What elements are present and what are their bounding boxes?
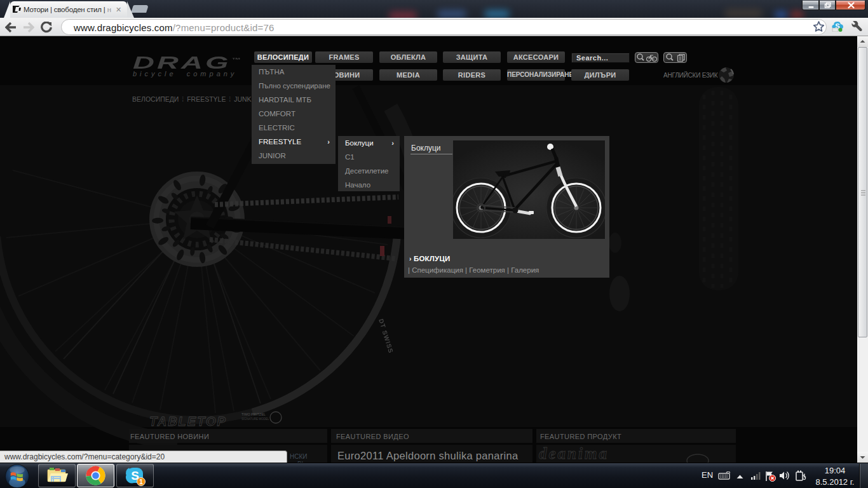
svg-text:SIGNATURE MODEL: SIGNATURE MODEL <box>241 417 269 421</box>
svg-text:1: 1 <box>139 478 143 485</box>
svg-text:TIMO PRITZEL: TIMO PRITZEL <box>241 412 266 416</box>
svg-text:deanima: deanima <box>539 445 609 462</box>
svg-text:TABLETOP: TABLETOP <box>149 414 227 428</box>
